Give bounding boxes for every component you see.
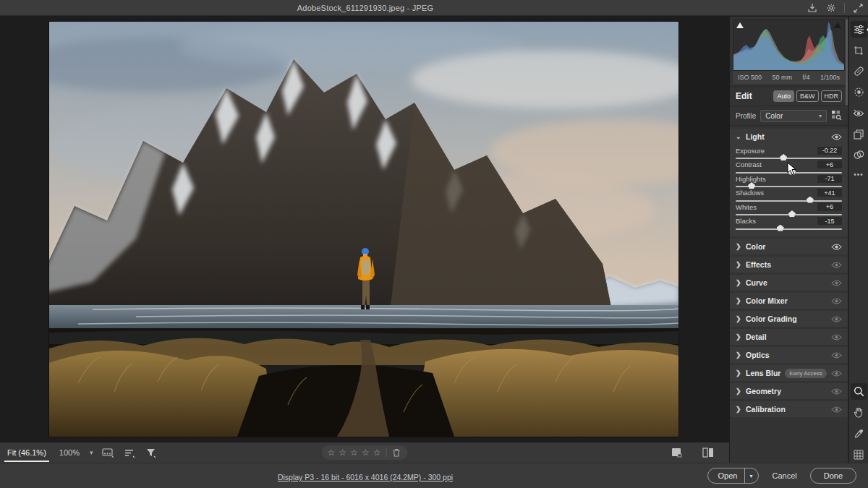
star-rating-1[interactable]: ☆	[328, 445, 336, 460]
browse-profiles-icon[interactable]	[831, 110, 842, 123]
slider-value[interactable]: -71	[817, 175, 842, 183]
histogram[interactable]	[733, 19, 845, 71]
effects-visibility-eye-icon[interactable]	[831, 261, 842, 269]
section-effects-header[interactable]: ❯ Effects	[730, 257, 848, 273]
slider-whites: Whites+6	[736, 202, 842, 217]
settings-gear-icon[interactable]	[825, 2, 837, 14]
open-options-chevron[interactable]: ▾	[744, 468, 758, 483]
filmstrip-toggle-icon[interactable]	[100, 445, 116, 460]
fullscreen-toggle-icon[interactable]	[852, 2, 864, 14]
trash-reject-icon[interactable]	[391, 445, 401, 460]
section-title: Lens Blur	[746, 369, 785, 377]
slider-thumb[interactable]	[777, 225, 784, 231]
detail-visibility-eye-icon[interactable]	[831, 333, 842, 341]
chevron-right-icon: ❯	[736, 333, 746, 341]
slider-track[interactable]	[736, 186, 842, 187]
optics-visibility-eye-icon[interactable]	[831, 351, 842, 359]
section-detail-header[interactable]: ❯ Detail	[730, 329, 848, 345]
workflow-options-link[interactable]: Display P3 - 16 bit - 6016 x 4016 (24.2M…	[278, 473, 453, 481]
save-download-icon[interactable]	[807, 2, 818, 14]
zoom-tool-icon[interactable]	[851, 383, 867, 400]
filter-icon[interactable]	[143, 445, 159, 460]
slider-track[interactable]	[736, 228, 842, 230]
slider-track[interactable]	[736, 172, 842, 174]
white-balance-eyedropper-icon[interactable]	[851, 425, 867, 442]
open-button[interactable]: Open	[708, 471, 745, 480]
curve-visibility-eye-icon[interactable]	[831, 279, 842, 287]
light-visibility-eye-icon[interactable]	[831, 133, 842, 141]
hdr-mode-button[interactable]: HDR	[821, 90, 843, 102]
section-optics-header[interactable]: ❯ Optics	[730, 347, 848, 363]
zoom-100-tab[interactable]: 100%	[54, 442, 85, 463]
section-color-header[interactable]: ❯ Color	[730, 239, 848, 254]
panel-scrollbar[interactable]	[846, 19, 848, 106]
slider-track[interactable]	[736, 214, 842, 215]
edit-tool-icon[interactable]	[851, 21, 867, 38]
section-color-grading-header[interactable]: ❯ Color Grading	[730, 311, 848, 327]
canvas-toolbar: Fit (46.1%) 100% ▾ ☆ ☆ ☆ ☆ ☆	[0, 442, 729, 463]
zoom-dropdown-chevron[interactable]: ▾	[85, 449, 98, 456]
slider-label: Shadows	[736, 189, 764, 197]
section-geometry-header[interactable]: ❯ Geometry	[730, 383, 848, 399]
presets-tool-icon[interactable]	[851, 126, 867, 142]
auto-mode-button[interactable]: Auto	[773, 90, 794, 102]
slider-highlights: Highlights-71	[736, 174, 842, 189]
section-detail: ❯ Detail	[730, 329, 848, 345]
single-view-icon[interactable]	[668, 445, 684, 460]
slider-value[interactable]: +6	[817, 160, 842, 168]
star-rating-4[interactable]: ☆	[362, 445, 370, 460]
star-rating-3[interactable]: ☆	[350, 445, 358, 460]
more-tools-icon[interactable]: •••	[854, 171, 864, 179]
section-lens-blur: ❯ Lens Blur Early Access	[730, 365, 848, 381]
calibration-visibility-eye-icon[interactable]	[831, 406, 842, 414]
photo-preview[interactable]	[49, 22, 678, 437]
crop-tool-icon[interactable]	[851, 42, 867, 59]
masking-tool-icon[interactable]	[851, 84, 867, 100]
star-rating-5[interactable]: ☆	[373, 445, 381, 460]
section-color-mixer-header[interactable]: ❯ Color Mixer	[730, 293, 848, 309]
section-calibration-header[interactable]: ❯ Calibration	[730, 401, 848, 417]
profile-row: Profile Color ▾	[730, 107, 848, 126]
zoom-fit-tab[interactable]: Fit (46.1%)	[0, 442, 54, 463]
section-light-header[interactable]: ⌄ Light	[730, 129, 848, 145]
color-mixer-visibility-eye-icon[interactable]	[831, 297, 842, 305]
fit-active-underline	[4, 461, 49, 462]
hand-tool-icon[interactable]	[851, 404, 867, 421]
before-after-view-icon[interactable]	[700, 445, 716, 460]
highlight-clipping-indicator[interactable]	[834, 22, 841, 28]
section-title: Calibration	[746, 405, 831, 414]
profile-dropdown[interactable]: Color ▾	[760, 110, 827, 122]
snapshots-tool-icon[interactable]	[851, 147, 867, 163]
status-bar: Display P3 - 16 bit - 6016 x 4016 (24.2M…	[0, 463, 868, 488]
pill-divider	[386, 448, 386, 457]
slider-value[interactable]: -0.22	[817, 147, 842, 155]
slider-track[interactable]	[736, 200, 842, 202]
slider-track[interactable]	[736, 158, 842, 159]
bw-mode-button[interactable]: B&W	[796, 90, 819, 102]
slider-value[interactable]: +41	[817, 189, 842, 197]
section-lens-blur-header[interactable]: ❯ Lens Blur Early Access	[730, 365, 848, 381]
color-grading-visibility-eye-icon[interactable]	[831, 315, 842, 323]
cancel-button[interactable]: Cancel	[772, 471, 796, 480]
image-canvas-area	[0, 17, 729, 442]
red-eye-tool-icon[interactable]	[851, 105, 867, 121]
color-visibility-eye-icon[interactable]	[831, 243, 842, 251]
slider-value[interactable]: -15	[817, 217, 842, 225]
profile-value: Color	[765, 112, 819, 120]
edit-panel: ISO 500 50 mm f/4 1/100s Edit Auto B&W H…	[730, 17, 848, 463]
slider-contrast: Contrast+6	[736, 160, 842, 175]
profile-chevron-icon: ▾	[819, 113, 822, 119]
sort-order-icon[interactable]	[122, 445, 137, 460]
fit-label: Fit (46.1%)	[7, 448, 46, 457]
shadow-clipping-indicator[interactable]	[736, 22, 744, 28]
lens-blur-visibility-eye-icon[interactable]	[831, 369, 842, 377]
camera-raw-window: AdobeStock_611291930.jpeg - JPEG	[0, 0, 868, 488]
slider-value[interactable]: +6	[817, 203, 842, 211]
geometry-visibility-eye-icon[interactable]	[831, 388, 842, 395]
healing-tool-icon[interactable]	[851, 63, 867, 80]
done-button[interactable]: Done	[810, 468, 856, 484]
star-rating-2[interactable]: ☆	[339, 445, 346, 460]
grid-overlay-icon[interactable]	[851, 446, 867, 463]
section-curve-header[interactable]: ❯ Curve	[730, 275, 848, 291]
tool-strip: •••	[848, 17, 868, 463]
